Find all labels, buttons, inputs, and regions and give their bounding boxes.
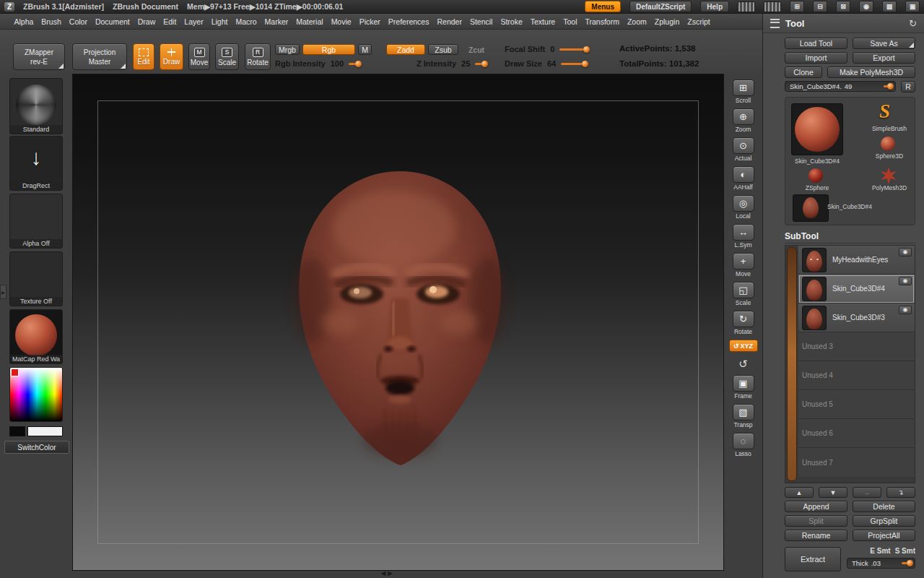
e-smt-toggle[interactable]: E Smt bbox=[870, 547, 890, 555]
z-intensity-slider[interactable]: Z Intensity 25 bbox=[417, 59, 485, 68]
visibility-eye-icon[interactable]: ◉ bbox=[899, 277, 912, 285]
lsym-tool[interactable]: ↔ L.Sym bbox=[733, 224, 754, 253]
grpsplit-button[interactable]: GrpSplit bbox=[853, 515, 915, 527]
secondary-color-swatch[interactable] bbox=[27, 426, 63, 436]
m-button[interactable]: M bbox=[358, 44, 372, 55]
menu-movie[interactable]: Movie bbox=[327, 17, 355, 26]
tool-palette-header[interactable]: Tool ↻ bbox=[763, 14, 924, 33]
aahalf-tool[interactable]: ◐ AAHalf bbox=[733, 166, 754, 195]
scroll-tool[interactable]: ⊞ Scroll bbox=[733, 79, 754, 108]
menu-document[interactable]: Document bbox=[91, 17, 134, 26]
sphere3d-icon[interactable] bbox=[881, 137, 895, 151]
make-polymesh3d-button[interactable]: Make PolyMesh3D bbox=[827, 66, 915, 78]
subtool-scrollbar[interactable] bbox=[787, 247, 797, 481]
subtool-row-unused-7[interactable]: Unused 7 bbox=[798, 448, 915, 477]
focal-shift-slider[interactable]: Focal Shift 0 bbox=[505, 45, 587, 53]
append-button[interactable]: Append bbox=[785, 501, 847, 512]
menu-draw[interactable]: Draw bbox=[134, 17, 160, 26]
polymesh3d-star-icon[interactable] bbox=[879, 166, 898, 185]
menu-texture[interactable]: Texture bbox=[526, 17, 559, 26]
scale-canvas-tool[interactable]: ◱ Scale bbox=[733, 282, 754, 311]
subtool-down-button[interactable]: ▼ bbox=[819, 487, 847, 498]
r-toggle-button[interactable]: R bbox=[901, 81, 915, 92]
subtool-row-unused-4[interactable]: Unused 4 bbox=[798, 361, 915, 390]
switch-color-button[interactable]: SwitchColor bbox=[4, 441, 69, 454]
menus-button[interactable]: Menus bbox=[585, 1, 621, 12]
subtool-row-skin-cube3d-4[interactable]: Skin_Cube3D#4 ◉ bbox=[798, 275, 915, 303]
zadd-button[interactable]: Zadd bbox=[386, 44, 425, 55]
menu-zplugin[interactable]: Zplugin bbox=[650, 17, 683, 26]
menu-edit[interactable]: Edit bbox=[160, 17, 180, 26]
canvas-scroll-arrows[interactable]: ◀▶ bbox=[381, 570, 394, 577]
s-smt-toggle[interactable]: S Smt bbox=[895, 547, 915, 555]
save-as-button[interactable]: Save As bbox=[853, 38, 915, 49]
panel-icon[interactable]: ▤ bbox=[882, 1, 897, 12]
subtool-insert-button[interactable]: ↴ bbox=[886, 487, 915, 498]
pages-icon[interactable]: ⊞ bbox=[790, 1, 804, 12]
lock-icon[interactable]: ⊠ bbox=[836, 1, 850, 12]
menu-material[interactable]: Material bbox=[292, 17, 327, 26]
menu-preferences[interactable]: Preferences bbox=[384, 17, 433, 26]
subtool-header[interactable]: SubTool bbox=[785, 230, 915, 243]
delete-button[interactable]: Delete bbox=[853, 501, 915, 512]
restore-config-icon[interactable]: ↻ bbox=[909, 18, 917, 29]
visibility-eye-icon[interactable]: ◉ bbox=[899, 306, 912, 314]
edit-mode-button[interactable]: Edit bbox=[133, 43, 154, 70]
zsub-button[interactable]: Zsub bbox=[428, 44, 458, 55]
menu-light[interactable]: Light bbox=[207, 17, 232, 26]
ui-slider-alt-icon[interactable] bbox=[764, 1, 781, 12]
menu-zscript[interactable]: Zscript bbox=[684, 17, 715, 26]
current-tool-thumb[interactable] bbox=[791, 103, 843, 155]
color-picker[interactable] bbox=[9, 367, 63, 422]
subtool-shift-button[interactable]: → bbox=[853, 487, 881, 498]
menu-layer[interactable]: Layer bbox=[180, 17, 207, 26]
scroll-left-icon[interactable]: ◀ bbox=[381, 570, 388, 577]
menu-tool[interactable]: Tool bbox=[559, 17, 581, 26]
visibility-eye-icon[interactable]: ◉ bbox=[899, 248, 912, 256]
split-button[interactable]: Split bbox=[785, 515, 847, 527]
export-button[interactable]: Export bbox=[853, 52, 915, 64]
rotate-canvas-tool[interactable]: ↻ Rotate bbox=[733, 311, 754, 340]
window-icon[interactable]: ▣ bbox=[905, 1, 920, 12]
rename-button[interactable]: Rename bbox=[785, 530, 847, 541]
material-matcap-thumb[interactable]: MatCap Red Wa bbox=[9, 309, 63, 364]
zmapper-button[interactable]: ZMapper rev-E bbox=[13, 43, 65, 70]
subtool-row-skin-cube3d-3[interactable]: Skin_Cube3D#3 ◉ bbox=[798, 303, 915, 332]
rgb-intensity-slider[interactable]: Rgb Intensity 100 bbox=[275, 59, 359, 68]
frame-tool[interactable]: ▣ Frame bbox=[733, 375, 754, 404]
actual-size-tool[interactable]: ⊙ Actual bbox=[733, 137, 754, 166]
rotate-mode-button[interactable]: R Rotate bbox=[245, 43, 271, 70]
subtool-row-unused-3[interactable]: Unused 3 bbox=[798, 332, 915, 361]
texture-off-thumb[interactable]: Texture Off bbox=[9, 251, 63, 306]
projection-master-button[interactable]: Projection Master bbox=[72, 43, 127, 70]
menu-marker[interactable]: Marker bbox=[261, 17, 292, 26]
draw-size-slider[interactable]: Draw Size 64 bbox=[505, 59, 585, 68]
main-color-swatch[interactable] bbox=[9, 426, 25, 436]
sculpted-head-model[interactable] bbox=[284, 167, 516, 478]
menu-stencil[interactable]: Stencil bbox=[466, 17, 497, 26]
transp-tool[interactable]: ▧ Transp bbox=[733, 404, 754, 433]
ui-slider-icon[interactable] bbox=[738, 1, 755, 12]
thick-slider[interactable]: Thick .03 bbox=[847, 558, 915, 569]
simplebrush-icon[interactable]: S bbox=[879, 102, 890, 121]
default-zscript-button[interactable]: DefaultZScript bbox=[629, 1, 692, 12]
subtool-row-myheadwitheyes[interactable]: MyHeadwithEyes ◉ bbox=[798, 246, 915, 275]
xyz-rotation-button[interactable]: ↺ XYZ bbox=[729, 340, 758, 352]
color-gradient[interactable] bbox=[10, 368, 63, 421]
left-tray-handle[interactable]: ▶ bbox=[0, 285, 6, 299]
menu-zoom[interactable]: Zoom bbox=[623, 17, 650, 26]
local-pivot-tool[interactable]: ◎ Local bbox=[733, 195, 754, 224]
stroke-dragrect-thumb[interactable]: ↓ DragRect bbox=[9, 136, 63, 191]
tool-name-slider[interactable]: Skin_Cube3D#4. 49 bbox=[785, 81, 896, 92]
menu-alpha[interactable]: Alpha bbox=[10, 17, 38, 26]
zcut-button[interactable]: Zcut bbox=[463, 44, 490, 55]
mrgb-button[interactable]: Mrgb bbox=[275, 44, 300, 55]
pages-alt-icon[interactable]: ⊟ bbox=[813, 1, 827, 12]
scroll-right-icon[interactable]: ▶ bbox=[388, 570, 394, 577]
spin-axis-icon[interactable]: ↺ bbox=[738, 358, 748, 371]
menu-transform[interactable]: Transform bbox=[581, 17, 623, 26]
menu-stroke[interactable]: Stroke bbox=[497, 17, 526, 26]
import-button[interactable]: Import bbox=[785, 52, 847, 64]
load-tool-button[interactable]: Load Tool bbox=[785, 38, 847, 49]
menu-brush[interactable]: Brush bbox=[38, 17, 65, 26]
